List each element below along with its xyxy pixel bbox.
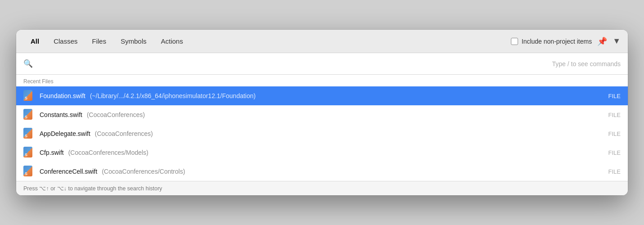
search-icon: 🔍 xyxy=(23,59,33,68)
result-name: ConferenceCell.swift xyxy=(40,168,97,175)
file-icon xyxy=(23,109,35,121)
result-name: Constants.swift xyxy=(40,111,82,118)
result-type: FILE xyxy=(608,168,621,175)
file-icon xyxy=(23,128,35,140)
result-type: FILE xyxy=(608,93,621,99)
section-header: Recent Files xyxy=(16,75,628,86)
result-type: FILE xyxy=(608,130,621,137)
result-path: (CocoaConferences) xyxy=(87,111,145,118)
result-name: AppDelegate.swift xyxy=(40,130,90,137)
result-path: (CocoaConferences) xyxy=(95,130,153,137)
file-icon xyxy=(23,90,35,102)
result-row[interactable]: AppDelegate.swift (CocoaConferences) FIL… xyxy=(16,124,628,143)
search-bar: 🔍 Type / to see commands xyxy=(16,53,628,75)
search-hint: Type / to see commands xyxy=(552,60,621,68)
tab-all[interactable]: All xyxy=(23,35,46,48)
tab-bar: All Classes Files Symbols Actions Includ… xyxy=(16,30,628,53)
result-name: Cfp.swift xyxy=(40,149,64,156)
pin-icon[interactable]: 📌 xyxy=(597,36,607,46)
result-path: (CocoaConferences/Models) xyxy=(68,149,148,156)
include-non-project-checkbox[interactable] xyxy=(511,38,518,45)
result-type: FILE xyxy=(608,149,621,156)
status-bar: Press ⌥↑ or ⌥↓ to navigate through the s… xyxy=(16,181,628,195)
file-icon xyxy=(23,166,35,177)
tab-symbols[interactable]: Symbols xyxy=(113,35,154,48)
file-icon xyxy=(23,147,35,158)
tab-files[interactable]: Files xyxy=(85,35,114,48)
results-area[interactable]: Recent Files Foundation.swift (~/Library… xyxy=(16,75,628,181)
result-row[interactable]: Cfp.swift (CocoaConferences/Models) FILE xyxy=(16,143,628,162)
include-non-project-label[interactable]: Include non-project items xyxy=(511,38,592,45)
status-text: Press ⌥↑ or ⌥↓ to navigate through the s… xyxy=(23,185,162,192)
result-row[interactable]: Constants.swift (CocoaConferences) FILE xyxy=(16,105,628,124)
result-type: FILE xyxy=(608,112,621,118)
result-row[interactable]: Foundation.swift (~/Library/.../4.2.1/x8… xyxy=(16,86,628,105)
include-non-project-text: Include non-project items xyxy=(522,38,592,45)
tab-classes[interactable]: Classes xyxy=(46,35,85,48)
search-input[interactable] xyxy=(37,60,547,68)
filter-icon[interactable]: ▼ xyxy=(613,36,621,46)
tab-actions[interactable]: Actions xyxy=(154,35,190,48)
result-path: (CocoaConferences/Controls) xyxy=(102,168,185,175)
result-row[interactable]: ConferenceCell.swift (CocoaConferences/C… xyxy=(16,162,628,181)
result-path: (~/Library/.../4.2.1/x86_64/iphonesimula… xyxy=(90,92,256,99)
open-quickly-dialog: All Classes Files Symbols Actions Includ… xyxy=(16,30,628,195)
result-name: Foundation.swift xyxy=(40,92,85,99)
